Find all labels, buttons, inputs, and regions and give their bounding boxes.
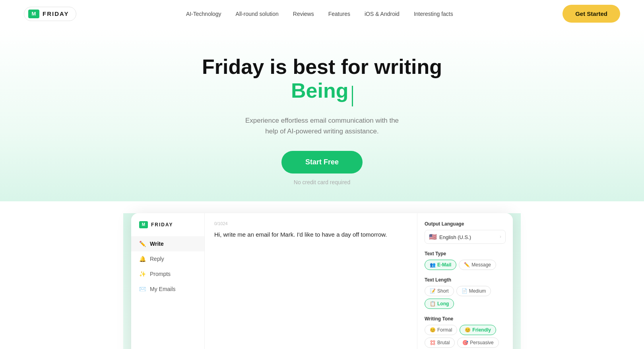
app-main-area: 0/1024 Hi, write me an email for Mark. I… <box>205 213 417 349</box>
persuasive-icon: 🎯 <box>462 340 468 345</box>
flag-icon: 🇺🇸 <box>429 233 437 240</box>
char-count: 0/1024 <box>214 221 407 226</box>
nav-link-interesting-facts[interactable]: Interesting facts <box>414 11 453 17</box>
get-started-button[interactable]: Get Started <box>563 5 620 23</box>
nav-link-features[interactable]: Features <box>328 11 350 17</box>
output-language-label: Output Language <box>425 221 506 227</box>
length-long-label: Long <box>437 301 449 307</box>
sidebar-item-write-label: Write <box>150 241 164 247</box>
writing-tone-options: 😊 Formal 😊 Friendly 💢 Brutal 🎯 Persuasiv… <box>425 325 506 349</box>
no-credit-card-text: No credit card required <box>8 179 636 185</box>
medium-icon: 📄 <box>462 288 467 294</box>
tone-formal[interactable]: 😊 Formal <box>425 325 457 335</box>
friendly-icon: 😊 <box>465 327 471 333</box>
hero-section: Friday is best for writing Being Experie… <box>0 27 644 201</box>
tone-friendly-label: Friendly <box>472 327 491 333</box>
sidebar-logo: M FRIDAY <box>131 221 204 236</box>
text-type-email[interactable]: 👥 E-Mail <box>425 260 456 270</box>
text-length-label: Text Length <box>425 277 506 283</box>
sidebar-item-reply-label: Reply <box>150 256 164 262</box>
length-long[interactable]: 📋 Long <box>425 299 454 309</box>
app-input-text[interactable]: Hi, write me an email for Mark. I'd like… <box>214 230 407 239</box>
sidebar-logo-text: FRIDAY <box>151 222 173 228</box>
tone-friendly[interactable]: 😊 Friendly <box>460 325 496 335</box>
language-selector[interactable]: 🇺🇸English (U.S.) › <box>425 230 506 244</box>
my-emails-icon: ✉️ <box>139 286 146 292</box>
writing-tone-label: Writing Tone <box>425 316 506 322</box>
hero-title: Friday is best for writing <box>8 55 636 79</box>
tone-brutal[interactable]: 💢 Brutal <box>425 337 455 348</box>
hero-cursor <box>352 86 353 106</box>
long-icon: 📋 <box>430 301 436 307</box>
length-medium[interactable]: 📄 Medium <box>456 286 491 296</box>
nav-link-allround[interactable]: All-round solution <box>236 11 279 17</box>
message-type-icon: ✏️ <box>464 262 470 268</box>
formal-icon: 😊 <box>430 327 436 333</box>
sidebar-item-reply[interactable]: 🔔 Reply <box>131 251 204 266</box>
text-type-email-label: E-Mail <box>437 262 451 268</box>
app-right-panel: Output Language 🇺🇸English (U.S.) › Text … <box>417 213 513 349</box>
app-preview-section: M FRIDAY ✏️ Write 🔔 Reply ✨ Prompts ✉️ M… <box>123 213 521 349</box>
tone-formal-label: Formal <box>437 327 452 333</box>
nav-link-ai-technology[interactable]: AI-Technology <box>186 11 221 17</box>
text-type-label: Text Type <box>425 251 506 256</box>
text-type-section: Text Type 👥 E-Mail ✏️ Message <box>425 251 506 270</box>
nav-link-ios-android[interactable]: iOS & Android <box>365 11 400 17</box>
sidebar-item-prompts-label: Prompts <box>150 271 171 277</box>
language-value: English (U.S.) <box>439 234 471 240</box>
email-type-icon: 👥 <box>430 262 436 268</box>
chevron-right-icon: › <box>500 234 501 239</box>
length-short-label: Short <box>437 288 449 294</box>
sidebar-logo-icon: M <box>139 221 148 228</box>
short-icon: 📝 <box>430 288 436 294</box>
length-short[interactable]: 📝 Short <box>425 286 454 296</box>
sidebar-item-prompts[interactable]: ✨ Prompts <box>131 266 204 282</box>
tone-brutal-label: Brutal <box>437 340 450 345</box>
sidebar-item-my-emails[interactable]: ✉️ My Emails <box>131 282 204 297</box>
brutal-icon: 💢 <box>430 340 436 345</box>
text-type-message-label: Message <box>471 262 491 268</box>
write-icon: ✏️ <box>139 241 146 247</box>
app-window: M FRIDAY ✏️ Write 🔔 Reply ✨ Prompts ✉️ M… <box>131 213 513 349</box>
nav-logo[interactable]: M FRIDAY <box>24 7 76 21</box>
tone-persuasive[interactable]: 🎯 Persuasive <box>457 337 499 348</box>
text-length-options: 📝 Short 📄 Medium 📋 Long <box>425 286 506 309</box>
start-free-button[interactable]: Start Free <box>281 151 363 174</box>
logo-text: FRIDAY <box>43 10 69 17</box>
hero-subtitle: Being <box>291 79 348 102</box>
text-length-section: Text Length 📝 Short 📄 Medium 📋 Long <box>425 277 506 309</box>
sidebar-item-my-emails-label: My Emails <box>150 286 176 292</box>
sidebar-item-write[interactable]: ✏️ Write <box>131 236 204 251</box>
writing-tone-section: Writing Tone 😊 Formal 😊 Friendly 💢 Bruta… <box>425 316 506 349</box>
app-sidebar: M FRIDAY ✏️ Write 🔔 Reply ✨ Prompts ✉️ M… <box>131 213 205 349</box>
nav-link-reviews[interactable]: Reviews <box>293 11 314 17</box>
tone-persuasive-label: Persuasive <box>470 340 493 345</box>
hero-description: Experience effortless email communicatio… <box>8 115 636 137</box>
output-language-section: Output Language 🇺🇸English (U.S.) › <box>425 221 506 244</box>
prompts-icon: ✨ <box>139 271 146 277</box>
text-type-options: 👥 E-Mail ✏️ Message <box>425 260 506 270</box>
text-type-message[interactable]: ✏️ Message <box>459 260 496 270</box>
reply-icon: 🔔 <box>139 256 146 262</box>
length-medium-label: Medium <box>469 288 486 294</box>
nav-links: AI-Technology All-round solution Reviews… <box>186 11 453 17</box>
navbar: M FRIDAY AI-Technology All-round solutio… <box>0 0 644 27</box>
logo-icon: M <box>28 10 39 18</box>
